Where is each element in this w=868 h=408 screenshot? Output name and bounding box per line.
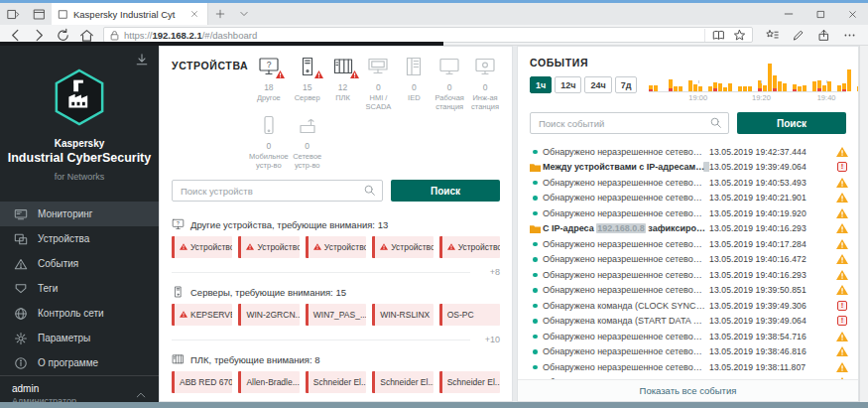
- time-filter-7д[interactable]: 7д: [615, 76, 638, 93]
- device-stat-device-network[interactable]: 0Сетевое устр-во: [291, 115, 324, 170]
- svg-text:?: ?: [177, 220, 180, 226]
- restore-tabs-button[interactable]: [26, 3, 52, 25]
- favorite-star-icon[interactable]: [733, 29, 746, 42]
- annotate-pen-icon[interactable]: [792, 29, 805, 42]
- sidebar-item-tags[interactable]: Теги: [0, 276, 159, 301]
- browser-tab[interactable]: Kaspersky Industrial Cyt: [52, 3, 208, 25]
- device-stat-device-hmi[interactable]: 0HMI / SCADA: [362, 57, 396, 111]
- event-row[interactable]: Обнаружено неразрешенное сетевое взаимод…: [528, 267, 852, 283]
- device-chip[interactable]: Allen-Bradle...: [238, 371, 299, 393]
- maximize-button[interactable]: [805, 3, 836, 25]
- event-row[interactable]: Обнаружено неразрешенное сетевое взаимод…: [528, 205, 852, 221]
- device-chip[interactable]: WIN-RSLINX: [372, 304, 433, 326]
- event-row[interactable]: Обнаружено неразрешенное сетевое взаимод…: [528, 175, 852, 191]
- device-chip[interactable]: KEPSERVER-...: [172, 304, 232, 326]
- histogram-bar: [723, 87, 727, 91]
- device-stat-device-plc[interactable]: 12ПЛК: [326, 57, 360, 111]
- sidebar-item-devices[interactable]: Устройства: [0, 226, 159, 251]
- device-chip[interactable]: Schneider El...: [372, 371, 433, 393]
- event-row[interactable]: Обнаружено неразрешенное сетевое взаимод…: [528, 283, 852, 299]
- brand-name: Kaspersky: [6, 138, 153, 149]
- refresh-icon[interactable]: [56, 28, 70, 43]
- event-row[interactable]: Обнаружено неразрешенное сетевое взаимод…: [528, 191, 852, 206]
- sidebar-item-about[interactable]: О программе: [0, 350, 159, 375]
- device-stat-device-server[interactable]: 15Сервер: [291, 57, 324, 111]
- histogram-bar: [669, 79, 673, 91]
- event-row[interactable]: Обнаружена команда (CLOCK SYNCHRONIZATIO…: [528, 298, 852, 314]
- back-icon[interactable]: [8, 28, 23, 43]
- minimize-button[interactable]: [773, 3, 805, 25]
- event-row[interactable]: Обнаружено неразрешенное сетевое взаимод…: [528, 329, 852, 344]
- event-timestamp: 13.05.2019 19:38:54.716: [709, 332, 832, 341]
- page-scrollbar[interactable]: [859, 46, 868, 402]
- histogram-bar: [817, 80, 821, 91]
- address-bar[interactable]: https://192.168.2.1/#/dashboard: [103, 27, 753, 43]
- device-stat-device-workstation[interactable]: 0Рабочая станция: [433, 57, 466, 111]
- tab-preview-toggle[interactable]: [232, 3, 256, 25]
- device-network-icon: [296, 115, 319, 135]
- sidebar-item-monitoring[interactable]: Мониторинг: [0, 202, 159, 226]
- device-chip[interactable]: OS-PC: [439, 304, 500, 326]
- forward-icon[interactable]: [32, 28, 47, 43]
- sidebar-item-settings[interactable]: Параметры: [0, 326, 159, 350]
- critical-severity-icon: !: [837, 162, 847, 172]
- device-chip[interactable]: Устройство...: [439, 236, 500, 258]
- device-chip[interactable]: Устройство...: [172, 236, 232, 258]
- device-chip[interactable]: Schneider El...: [439, 371, 500, 393]
- device-chip[interactable]: WIN7_PAS_...: [306, 304, 366, 326]
- event-timestamp: 13.05.2019 19:40:16.293: [709, 223, 832, 233]
- device-chip[interactable]: Устройство...: [238, 236, 299, 258]
- event-message: Обнаружена команда (START DATA TRANSFER …: [543, 316, 709, 326]
- alert-badge-icon: [276, 70, 285, 78]
- new-tab-button[interactable]: [208, 3, 232, 25]
- time-filter-12ч[interactable]: 12ч: [555, 76, 581, 93]
- event-row[interactable]: Между устройствами с IP-адресами 192.168…: [528, 160, 852, 176]
- device-search-input[interactable]: [172, 180, 383, 202]
- device-stat-device-mobile[interactable]: 0Мобильное устр-во: [249, 115, 289, 170]
- home-icon[interactable]: [79, 28, 94, 43]
- event-row[interactable]: С IP-адреса 192.168.0.8 зафиксированы ча…: [528, 221, 852, 237]
- device-search-button[interactable]: Поиск: [391, 180, 500, 202]
- more-devices-count[interactable]: +8: [480, 267, 500, 277]
- device-stat-device-ied[interactable]: 0IED: [397, 57, 431, 111]
- device-chip-label: Устройство...: [190, 242, 232, 252]
- more-devices-count[interactable]: +10: [480, 335, 500, 344]
- sidebar-item-events[interactable]: События: [0, 251, 159, 276]
- close-window-button[interactable]: [836, 3, 868, 25]
- axis-tick-mark: [698, 80, 699, 83]
- device-chip[interactable]: WIN-2GRCN...: [238, 304, 299, 326]
- event-row[interactable]: Обнаружено неразрешенное сетевое взаимод…: [528, 359, 852, 375]
- event-row[interactable]: Обнаружено неразрешенное сетевое взаимод…: [528, 236, 852, 252]
- group-title-text: ПЛК, требующие внимания: 8: [190, 354, 320, 365]
- event-row[interactable]: Обнаружено неразрешенное сетевое взаимод…: [528, 252, 852, 268]
- tabs-aside-button[interactable]: [0, 3, 26, 25]
- event-row[interactable]: Обнаружено неразрешенное сетевое взаимод…: [528, 144, 852, 160]
- histogram-axis: 19:0019:2019:40: [649, 92, 846, 104]
- device-chip[interactable]: ABB RED 670: [172, 371, 232, 393]
- device-stat-device-other[interactable]: ?18Другое: [249, 57, 289, 111]
- device-stat-device-engineering[interactable]: 0Инж-ая станция: [468, 57, 502, 111]
- event-row[interactable]: Обнаружена команда (START DATA TRANSFER …: [528, 314, 852, 330]
- favorites-hub-icon[interactable]: [766, 29, 779, 42]
- device-type-label: Инж-ая станция: [468, 93, 502, 111]
- histogram-bar: [803, 85, 806, 91]
- time-filter-1ч[interactable]: 1ч: [530, 76, 552, 93]
- event-row[interactable]: Обнаружено неразрешенное сетевое взаимод…: [528, 344, 852, 360]
- device-chip-label: OS-PC: [447, 310, 474, 320]
- download-report-icon[interactable]: [135, 53, 149, 67]
- folder-icon: [530, 219, 541, 237]
- device-chip[interactable]: Устройство...: [372, 236, 433, 258]
- event-search-button[interactable]: Поиск: [737, 112, 846, 134]
- sidebar-item-network[interactable]: Контроль сети: [0, 301, 159, 326]
- device-chip[interactable]: Schneider El...: [306, 371, 366, 393]
- reading-view-icon[interactable]: [712, 29, 725, 42]
- histogram-bar: [693, 84, 697, 91]
- more-options-icon[interactable]: [843, 29, 856, 42]
- share-icon[interactable]: [817, 29, 830, 42]
- time-filter-24ч[interactable]: 24ч: [584, 76, 611, 93]
- tab-close-button[interactable]: [187, 7, 201, 21]
- show-all-events-link[interactable]: Показать все события: [640, 385, 737, 396]
- restore-tabs-icon: [33, 8, 46, 21]
- event-search-input[interactable]: [530, 112, 729, 134]
- device-chip[interactable]: Устройство...: [306, 236, 366, 258]
